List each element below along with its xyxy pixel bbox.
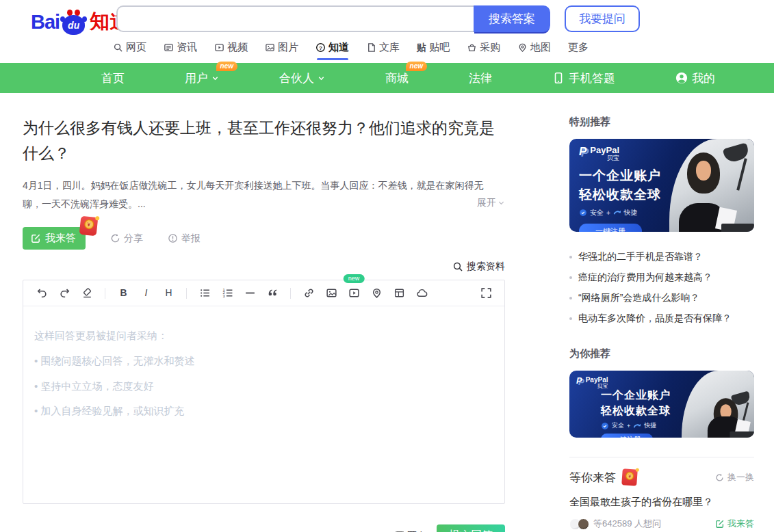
toolbar-link-button[interactable] [300, 284, 318, 302]
bullet-dot [569, 276, 572, 279]
pencil-square-icon [31, 233, 41, 243]
toolbar-insert-video-button[interactable]: new [345, 284, 363, 302]
search-icon [113, 42, 123, 53]
toolbar-bold-button[interactable]: B [114, 284, 132, 302]
page-content: 为什么很多有钱人还要上班，甚至工作还很努力？他们追求的究竟是什么？ 4月1日，四… [0, 93, 774, 532]
question-actions: 我来答 ¥ 分享 举报 [23, 227, 505, 250]
answer-link[interactable]: 我来答 [715, 518, 754, 530]
top-nav-map[interactable]: 地图 [517, 41, 551, 54]
editor-placeholder-item: • 围绕问题核心回答，无灌水和赘述 [34, 349, 493, 374]
top-nav-web[interactable]: 网页 [113, 41, 146, 54]
green-nav-home[interactable]: 首页 [101, 70, 125, 86]
toolbar-undo-button[interactable] [33, 284, 51, 302]
search-answers-button[interactable]: 搜索答案 [474, 5, 550, 32]
toolbar-ordered-list-button[interactable]: 123 [218, 284, 236, 302]
paypal-logo: P PayPal 贝宝 [576, 376, 754, 390]
baidu-services-nav: 网页资讯视频图片?知道文库贴贴吧采购地图更多 [113, 41, 589, 54]
svg-text:H: H [165, 287, 172, 298]
ad-features: 安全 + 快捷 [579, 208, 754, 217]
new-badge: new [344, 274, 365, 283]
toolbar-fullscreen-button[interactable] [477, 284, 495, 302]
top-nav-image[interactable]: 图片 [265, 41, 298, 54]
toolbar-heading-button[interactable]: H [159, 284, 177, 302]
answer-now-button[interactable]: 我来答 ¥ [23, 227, 86, 250]
sidebar: 特别推荐 P PayPal 贝宝 一个企业账户 轻松收款全球 [569, 116, 754, 532]
top-nav-more[interactable]: 更多 [568, 41, 589, 54]
top-nav-video[interactable]: 视频 [214, 41, 248, 54]
red-packet-icon: ¥ [79, 216, 99, 236]
top-nav-zhidao[interactable]: ?知道 [315, 41, 349, 54]
search-bar: 搜索答案 我要提问 [116, 5, 640, 32]
share-icon [110, 233, 120, 243]
bullet-dot [569, 297, 572, 300]
toolbar-cloud-button[interactable] [413, 284, 430, 302]
top-nav-caigou[interactable]: 采购 [467, 41, 500, 54]
red-packet-icon: ¥ [621, 468, 638, 486]
toolbar-eraser-button[interactable] [78, 284, 96, 302]
refresh-button[interactable]: 换一换 [715, 471, 754, 483]
ad-banner-special[interactable]: P PayPal 贝宝 一个企业账户 轻松收款全球 安全 + 快捷 一键注册 [569, 139, 754, 232]
question-title: 为什么很多有钱人还要上班，甚至工作还很努力？他们追求的究竟是什么？ [23, 116, 502, 167]
new-badge: new [216, 62, 237, 71]
editor-toolbar: BIH123new [23, 280, 504, 306]
sidebar-question-item[interactable]: 癌症的治疗费用为何越来越高？ [569, 267, 754, 288]
paypal-logo: P PayPal 贝宝 [579, 146, 754, 162]
anonymous-option[interactable]: 匿名 [395, 530, 426, 532]
baidu-zhidao-logo[interactable]: Bai du 知道 [31, 8, 129, 36]
green-nav-mobile-answer[interactable]: 手机答题 [552, 70, 615, 86]
green-nav-law[interactable]: 法律 [469, 70, 492, 86]
toolbar-bullet-list-button[interactable] [196, 284, 214, 302]
image-icon [265, 42, 275, 53]
sidebar-question-item[interactable]: 电动车多次降价，品质是否有保障？ [569, 308, 754, 329]
doc-icon [366, 42, 376, 53]
zhidao-main-nav: 首页用户new合伙人商城new法律手机答题我的 [0, 63, 774, 93]
tieba-icon: 贴 [417, 42, 426, 54]
editor-input-area[interactable]: 这样回答更易被提问者采纳： • 围绕问题核心回答，无灌水和赘述• 坚持中立立场，… [23, 306, 504, 441]
question-main: 为什么很多有钱人还要上班，甚至工作还很努力？他们追求的究竟是什么？ 4月1日，四… [23, 116, 505, 532]
swoosh-icon [613, 209, 621, 217]
shield-icon [579, 209, 587, 217]
sidebar-question-item[interactable]: “网络厕所”会造成什么影响？ [569, 288, 754, 308]
new-badge: new [406, 62, 427, 71]
video-icon [214, 42, 224, 53]
waiting-for-answer-section: 等你来答 ¥ 换一换 全国最敢生孩子的省份在哪里？ 等642589 人想问 我来… [569, 469, 754, 530]
bullet-dot [569, 256, 572, 258]
expand-link[interactable]: 展开 [472, 194, 505, 212]
pin-icon [517, 42, 528, 53]
toolbar-separator [186, 288, 187, 299]
submit-answer-button[interactable]: 提交回答 [437, 524, 505, 532]
ad-cta-button[interactable]: 一键注册 [579, 224, 642, 232]
top-nav-tieba[interactable]: 贴贴吧 [417, 41, 450, 54]
toolbar-horizontal-rule-button[interactable] [241, 284, 259, 302]
toolbar-italic-button[interactable]: I [137, 284, 155, 302]
ad-banner-for-you[interactable]: P PayPal 贝宝 一个企业账户 轻松收款全球 安全 + 快捷 一键注 [569, 371, 754, 438]
report-button[interactable]: 举报 [168, 232, 201, 245]
toolbar-insert-image-button[interactable] [322, 284, 340, 302]
for-you-title: 为你推荐 [569, 347, 754, 360]
toolbar-blockquote-button[interactable] [263, 284, 281, 302]
green-nav-mine[interactable]: 我的 [675, 70, 715, 86]
toolbar-redo-button[interactable] [55, 284, 73, 302]
waiting-question[interactable]: 全国最敢生孩子的省份在哪里？ [569, 496, 754, 509]
ad-cta-button[interactable]: 一键注册 [601, 434, 653, 438]
share-button[interactable]: 分享 [110, 232, 143, 245]
ad-features: 安全 + 快捷 [601, 421, 671, 430]
search-material-link[interactable]: 搜索资料 [23, 261, 505, 273]
toolbar-table-button[interactable] [390, 284, 408, 302]
editor-placeholder-item: • 坚持中立立场，态度友好 [34, 374, 493, 399]
answer-search-input[interactable] [116, 5, 474, 32]
green-nav-user[interactable]: 用户new [185, 70, 219, 86]
green-nav-partner[interactable]: 合伙人 [279, 70, 325, 86]
toolbar-separator [105, 288, 105, 299]
chevron-down-icon [318, 75, 325, 82]
toolbar-location-button[interactable] [367, 284, 385, 302]
sidebar-question-item[interactable]: 华强北的二手手机是否靠谱？ [569, 247, 754, 267]
ask-question-button[interactable]: 我要提问 [565, 5, 640, 32]
chevron-down-icon [498, 199, 505, 207]
top-nav-wenku[interactable]: 文库 [366, 41, 400, 54]
ad-headline-line1: 一个企业账户 [579, 166, 754, 185]
search-icon [452, 261, 463, 272]
shield-icon [601, 422, 609, 430]
top-nav-news[interactable]: 资讯 [164, 41, 197, 54]
green-nav-mall[interactable]: 商城new [385, 70, 409, 86]
